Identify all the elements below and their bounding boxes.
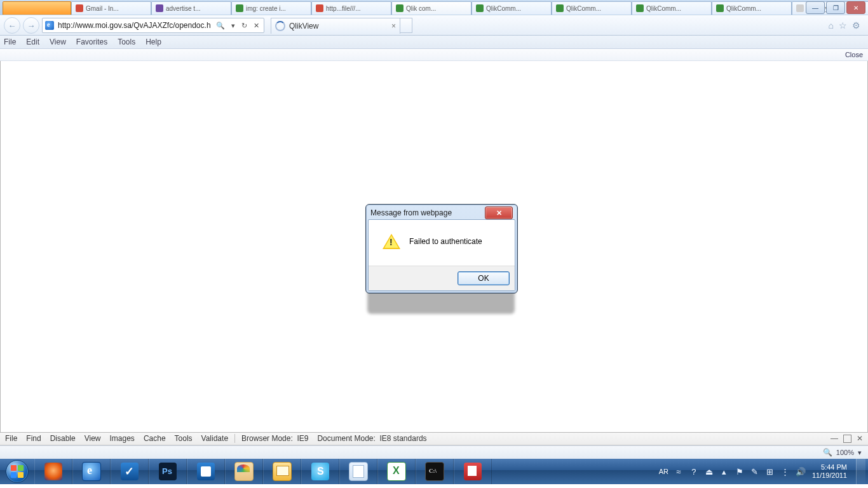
taskbar-app-notepad[interactable] [339, 459, 377, 484]
bg-tab-label: QlikComm... [566, 5, 601, 12]
volume-icon[interactable]: 🔊 [796, 466, 806, 477]
taskbar-app-ie[interactable] [72, 459, 111, 484]
zoom-level[interactable]: 100% [836, 449, 854, 456]
show-desktop-button[interactable] [856, 459, 865, 484]
page-close-link[interactable]: Close [845, 51, 863, 58]
stop-button[interactable]: ✕ [252, 22, 261, 30]
dialog-close-button[interactable]: ✕ [485, 207, 513, 219]
dev-menu-cache[interactable]: Cache [144, 434, 166, 443]
favicon-icon [156, 4, 163, 12]
devbar-close-button[interactable]: ✕ [857, 434, 863, 443]
address-bar[interactable]: 🔍 ▾ ↻ ✕ [42, 18, 264, 33]
new-tab-button[interactable] [400, 18, 412, 33]
menu-file[interactable]: File [4, 37, 16, 46]
dev-menu-tools[interactable]: Tools [175, 434, 193, 443]
menu-edit[interactable]: Edit [26, 37, 39, 46]
taskbar-apps [34, 459, 492, 484]
menu-help[interactable]: Help [146, 37, 161, 46]
tray-show-hidden-icon[interactable]: ▴ [719, 466, 729, 477]
ok-button[interactable]: OK [458, 271, 510, 285]
favicon-icon [636, 4, 644, 12]
dev-menu-file[interactable]: File [5, 434, 17, 443]
taskbar-app-acrobat[interactable] [454, 459, 492, 484]
clock[interactable]: 5:44 PM 11/19/2011 [811, 463, 851, 480]
browser-tabstrip: QlikView × [271, 18, 412, 34]
bg-tab-label: QlikComm... [646, 5, 681, 12]
taskbar-app-publisher[interactable] [187, 459, 225, 484]
tray-icon[interactable]: ⏏ [704, 466, 714, 477]
dropdown-icon[interactable]: ▾ [229, 22, 237, 30]
input-language[interactable]: AR [659, 468, 668, 475]
notepad-icon [349, 462, 368, 481]
search-icon[interactable]: 🔍 [214, 22, 227, 30]
bg-tab[interactable] [3, 1, 71, 15]
bg-tab-active[interactable]: Qlik com... [391, 1, 471, 15]
warning-icon [383, 234, 400, 249]
devbar-window-controls: — ✕ [831, 434, 863, 443]
favorites-button[interactable]: ☆ [839, 20, 847, 30]
browser-tab[interactable]: QlikView × [271, 18, 400, 34]
start-button[interactable] [0, 459, 34, 484]
forward-button[interactable]: → [23, 17, 39, 34]
taskbar-app-photoshop[interactable] [149, 459, 187, 484]
document-mode[interactable]: Document Mode: IE8 standards [317, 434, 426, 443]
dev-menu-find[interactable]: Find [26, 434, 41, 443]
bg-tab-label: img: create i... [246, 5, 286, 12]
url-input[interactable] [57, 20, 212, 30]
devbar-unpin-button[interactable] [843, 435, 851, 443]
tab-close-button[interactable]: × [391, 22, 396, 30]
tools-button[interactable]: ⚙ [852, 20, 860, 30]
action-center-icon[interactable]: ⚑ [735, 466, 745, 477]
paint-icon [234, 462, 254, 481]
bg-tab[interactable]: http...file///... [311, 1, 391, 15]
taskbar-app-explorer[interactable] [263, 459, 301, 484]
tray-icon[interactable]: ? [689, 466, 699, 477]
dev-menu-disable[interactable]: Disable [50, 434, 76, 443]
taskbar-app-vs[interactable] [111, 459, 149, 484]
zoom-icon[interactable]: 🔍 [823, 448, 832, 457]
tray-icon[interactable]: ⊞ [765, 466, 775, 477]
nav-right-controls: ⌂ ☆ ⚙ [829, 20, 864, 30]
window-close-button[interactable]: ✕ [846, 1, 865, 14]
menu-tools[interactable]: Tools [118, 37, 135, 46]
back-button[interactable]: ← [4, 17, 20, 34]
dialog-titlebar[interactable]: Message from webpage ✕ [368, 207, 515, 219]
dev-menu-validate[interactable]: Validate [201, 434, 228, 443]
taskbar-app-cmd[interactable] [416, 459, 454, 484]
system-tray: AR ≈ ? ⏏ ▴ ⚑ ✎ ⊞ ⋮ 🔊 5:44 PM 11/19/2011 [653, 459, 868, 484]
window-minimize-button[interactable]: — [806, 1, 825, 14]
bg-tab[interactable]: Gmail - In... [71, 1, 151, 15]
window-maximize-button[interactable]: ❐ [826, 1, 845, 14]
bg-tab[interactable]: QlikComm... [632, 1, 712, 15]
browser-nav-bar: ← → 🔍 ▾ ↻ ✕ QlikView × ⌂ ☆ ⚙ [0, 15, 868, 36]
bg-tab-label: QlikComm... [726, 5, 761, 12]
taskbar-app-skype[interactable] [301, 459, 339, 484]
browser-mode[interactable]: Browser Mode: IE9 [241, 434, 308, 443]
bg-tab[interactable]: QlikComm... [552, 1, 632, 15]
separator [234, 434, 235, 443]
close-icon: ✕ [496, 209, 502, 217]
bg-tab[interactable]: advertise t... [151, 1, 231, 15]
maximize-icon: ❐ [833, 4, 839, 11]
tray-icon[interactable]: ≈ [674, 466, 684, 477]
bg-tab[interactable]: QlikComm... [471, 1, 552, 15]
cmd-icon [425, 462, 444, 481]
bg-tab[interactable]: QlikComm... [712, 1, 792, 15]
zoom-dropdown-icon[interactable]: ▾ [858, 449, 862, 457]
bg-tab[interactable]: img: create i... [231, 1, 311, 15]
taskbar-app-excel[interactable] [377, 459, 416, 484]
menu-view[interactable]: View [50, 37, 66, 46]
devbar-minimize-button[interactable]: — [831, 434, 838, 443]
taskbar-app-paint[interactable] [225, 459, 263, 484]
dev-menu-images[interactable]: Images [110, 434, 135, 443]
dialog-message: Failed to authenticate [409, 237, 482, 246]
tray-icon[interactable]: ✎ [750, 466, 760, 477]
home-button[interactable]: ⌂ [829, 20, 834, 30]
favicon-icon [476, 4, 484, 12]
ie-icon [82, 462, 101, 481]
dev-menu-view[interactable]: View [85, 434, 101, 443]
menu-favorites[interactable]: Favorites [76, 37, 107, 46]
taskbar-app-firefox[interactable] [34, 459, 72, 484]
refresh-button[interactable]: ↻ [240, 22, 249, 30]
network-icon[interactable]: ⋮ [780, 466, 790, 477]
